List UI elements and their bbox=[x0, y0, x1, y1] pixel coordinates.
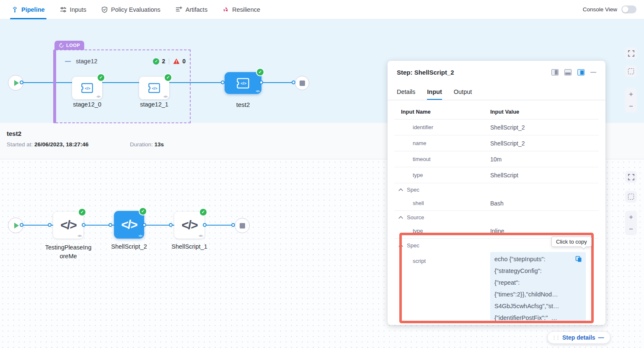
script-line: {"strategyConfig": bbox=[494, 265, 582, 277]
shellscript-step-icon: </> bbox=[121, 218, 137, 232]
collapse-pill-icon: — bbox=[598, 334, 604, 341]
panel-tab-input[interactable]: Input bbox=[427, 88, 442, 100]
table-row-script: script echo {"stepInputs": {"strategyCon… bbox=[394, 252, 599, 322]
column-header-name: Input Name bbox=[394, 109, 490, 115]
section-label: Source bbox=[407, 214, 424, 221]
tab-policy-evaluations-label: Policy Evaluations bbox=[111, 6, 160, 13]
template-step-icon: </> bbox=[235, 78, 251, 89]
success-badge-icon: ✓ bbox=[165, 74, 171, 81]
end-node bbox=[295, 76, 309, 90]
tab-inputs[interactable]: Inputs bbox=[60, 0, 87, 19]
connector-dot bbox=[142, 223, 146, 227]
connector-dot bbox=[82, 223, 85, 227]
panel-header: Step: ShellScript_2 — bbox=[388, 61, 605, 83]
connector-dot bbox=[221, 81, 225, 84]
step-node-testingpleaseingoreme[interactable]: </> </> ✓ bbox=[53, 212, 83, 239]
layout-bottom-panel-icon[interactable] bbox=[564, 69, 572, 75]
chevron-up-icon[interactable] bbox=[398, 244, 403, 247]
row-value: Bash bbox=[490, 200, 599, 207]
connector-dot bbox=[259, 81, 263, 84]
copy-icon[interactable] bbox=[575, 256, 582, 262]
chevron-up-icon[interactable] bbox=[398, 216, 403, 219]
connector-dot bbox=[231, 223, 235, 227]
collapse-stage-icon[interactable]: — bbox=[65, 58, 71, 65]
inputs-icon bbox=[60, 7, 67, 13]
success-badge-icon: ✓ bbox=[98, 74, 104, 81]
row-name: script bbox=[394, 252, 490, 264]
zoom-controls-bottom: + − bbox=[625, 211, 637, 235]
stage-status-counts: ✓ 2 0 bbox=[153, 58, 186, 65]
panel-tab-output[interactable]: Output bbox=[454, 88, 472, 100]
code-sub-icon: </> bbox=[78, 234, 81, 238]
tab-pipeline[interactable]: Pipeline bbox=[12, 0, 45, 19]
row-name: name bbox=[394, 140, 490, 146]
tab-artifacts[interactable]: Artifacts bbox=[176, 0, 207, 19]
duration: Duration: 13s bbox=[130, 141, 164, 148]
marquee-select-button-top[interactable] bbox=[625, 65, 637, 77]
shield-check-icon bbox=[101, 6, 108, 13]
panel-body: Input Name Input Value identifier ShellS… bbox=[388, 100, 605, 325]
connector-dot bbox=[292, 81, 295, 84]
play-icon bbox=[14, 223, 19, 229]
svg-text:</>: </> bbox=[85, 86, 91, 91]
error-count: 0 bbox=[182, 58, 186, 65]
svg-text:</>: </> bbox=[152, 86, 158, 91]
zoom-out-button-top[interactable]: − bbox=[625, 100, 637, 112]
console-view-toggle[interactable] bbox=[621, 5, 636, 13]
tab-pipeline-label: Pipeline bbox=[21, 6, 45, 13]
started-at: Started at: 26/06/2023, 18:27:46 bbox=[7, 141, 88, 148]
table-row-type: type ShellScript bbox=[394, 167, 599, 183]
connector-dot bbox=[203, 223, 207, 227]
row-value: ShellScript bbox=[490, 172, 599, 179]
table-row-identifier: identifier ShellScript_2 bbox=[394, 119, 599, 135]
layout-right-panel-icon[interactable] bbox=[551, 69, 559, 75]
stage-name[interactable]: stage12 bbox=[76, 58, 98, 65]
duration-label: Duration: bbox=[130, 141, 153, 148]
panel-title: Step: ShellScript_2 bbox=[397, 69, 454, 76]
click-to-copy-tooltip: Click to copy bbox=[551, 236, 592, 247]
step-node-shellscript-1[interactable]: </> </> ✓ bbox=[174, 212, 204, 239]
tab-resilience[interactable]: Resilience bbox=[222, 0, 260, 19]
tab-policy-evaluations[interactable]: Policy Evaluations bbox=[101, 0, 160, 19]
script-line: S4GbJ5cwhAcfsg","st… bbox=[494, 300, 582, 312]
input-table-header: Input Name Input Value bbox=[394, 104, 599, 119]
minimize-panel-icon[interactable]: — bbox=[590, 69, 596, 75]
zoom-in-button-top[interactable]: + bbox=[625, 88, 637, 100]
zoom-out-button-bottom[interactable]: − bbox=[625, 223, 637, 235]
success-count-icon: ✓ bbox=[153, 58, 159, 65]
chevron-up-icon[interactable] bbox=[398, 188, 403, 191]
script-line: {"times":2}},"childNod… bbox=[494, 288, 582, 300]
script-value-box[interactable]: echo {"stepInputs": {"strategyConfig": {… bbox=[490, 252, 586, 322]
row-name: shell bbox=[394, 200, 490, 206]
marquee-select-button-bottom[interactable] bbox=[625, 191, 637, 203]
started-at-label: Started at: bbox=[7, 141, 33, 148]
row-value: 10m bbox=[490, 156, 599, 163]
zoom-in-button-bottom[interactable]: + bbox=[625, 211, 637, 223]
started-at-value: 26/06/2023, 18:27:46 bbox=[34, 141, 88, 148]
loop-badge-label: LOOP bbox=[66, 43, 80, 48]
zoom-to-fit-button-bottom[interactable] bbox=[625, 171, 637, 183]
step-details-label: Step details bbox=[562, 334, 595, 341]
marquee-icon bbox=[628, 68, 634, 74]
step-details-pill-button[interactable]: ⋮⋮ Step details — bbox=[547, 331, 610, 344]
layout-float-panel-icon[interactable] bbox=[577, 69, 585, 75]
step-label: stage12_1 bbox=[133, 101, 175, 108]
pipeline-icon bbox=[12, 6, 18, 13]
template-step-icon: </> bbox=[80, 83, 94, 93]
step-node-shellscript-2-selected[interactable]: </> </> ✓ bbox=[114, 211, 144, 239]
drag-handle-icon[interactable]: ⋮⋮ bbox=[552, 335, 559, 340]
success-badge-icon: ✓ bbox=[140, 208, 146, 215]
step-node-stage12-0[interactable]: </> </> ✓ bbox=[72, 77, 102, 99]
step-node-stage12-1[interactable]: </> </> ✓ bbox=[139, 77, 169, 99]
tab-inputs-label: Inputs bbox=[70, 6, 87, 13]
panel-tab-details[interactable]: Details bbox=[397, 88, 415, 100]
connector-dot bbox=[169, 223, 173, 227]
stage-title: test2 bbox=[7, 130, 21, 137]
step-label: ShellScript_2 bbox=[108, 243, 150, 250]
zoom-to-fit-button-top[interactable] bbox=[625, 47, 637, 59]
connector-dot bbox=[48, 223, 52, 227]
marquee-icon bbox=[628, 194, 634, 200]
success-count: 2 bbox=[162, 58, 165, 65]
stage-node-test2-selected[interactable]: </> </> ✓ bbox=[225, 72, 261, 94]
code-sub-icon: </> bbox=[138, 234, 142, 238]
